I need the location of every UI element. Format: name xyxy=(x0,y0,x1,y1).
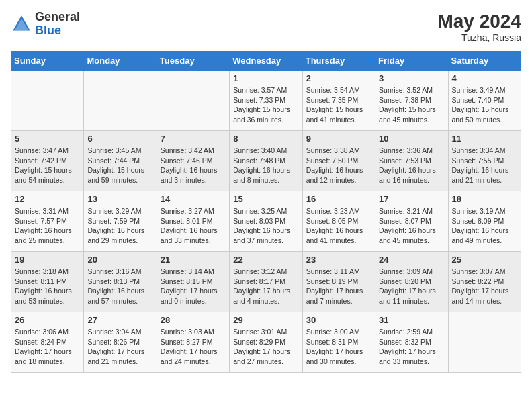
day-info: Sunrise: 3:03 AMSunset: 8:27 PMDaylight:… xyxy=(161,327,226,367)
day-number: 5 xyxy=(15,134,80,144)
calendar-week-row: 19Sunrise: 3:18 AMSunset: 8:11 PMDayligh… xyxy=(11,252,521,312)
calendar-cell: 11Sunrise: 3:34 AMSunset: 7:55 PMDayligh… xyxy=(448,131,521,191)
calendar-table: SundayMondayTuesdayWednesdayThursdayFrid… xyxy=(11,51,521,373)
calendar-cell: 10Sunrise: 3:36 AMSunset: 7:53 PMDayligh… xyxy=(375,131,448,191)
calendar-cell: 24Sunrise: 3:09 AMSunset: 8:20 PMDayligh… xyxy=(375,252,448,312)
day-number: 4 xyxy=(452,73,517,83)
day-number: 9 xyxy=(306,134,371,144)
day-info: Sunrise: 3:34 AMSunset: 7:55 PMDaylight:… xyxy=(452,146,517,185)
day-info: Sunrise: 3:45 AMSunset: 7:44 PMDaylight:… xyxy=(87,146,152,185)
logo-text: General Blue xyxy=(35,11,80,38)
title-block: May 2024 Tuzha, Russia xyxy=(437,11,521,43)
day-number: 31 xyxy=(379,315,444,325)
header-day-friday: Friday xyxy=(375,52,448,71)
day-info: Sunrise: 3:25 AMSunset: 8:03 PMDaylight:… xyxy=(233,206,298,246)
day-info: Sunrise: 3:29 AMSunset: 7:59 PMDaylight:… xyxy=(87,206,152,246)
day-info: Sunrise: 3:57 AMSunset: 7:33 PMDaylight:… xyxy=(233,85,298,125)
day-info: Sunrise: 3:00 AMSunset: 8:31 PMDaylight:… xyxy=(306,327,371,367)
header-day-saturday: Saturday xyxy=(448,52,521,71)
calendar-cell: 7Sunrise: 3:42 AMSunset: 7:46 PMDaylight… xyxy=(157,131,229,191)
calendar-cell: 30Sunrise: 3:00 AMSunset: 8:31 PMDayligh… xyxy=(302,312,375,373)
day-info: Sunrise: 3:40 AMSunset: 7:48 PMDaylight:… xyxy=(233,146,298,185)
calendar-cell: 15Sunrise: 3:25 AMSunset: 8:03 PMDayligh… xyxy=(230,191,302,252)
day-number: 26 xyxy=(15,315,80,325)
calendar-cell: 8Sunrise: 3:40 AMSunset: 7:48 PMDaylight… xyxy=(230,131,302,191)
day-number: 21 xyxy=(161,255,226,265)
logo-icon xyxy=(11,13,32,35)
header-day-sunday: Sunday xyxy=(11,52,84,71)
day-number: 17 xyxy=(379,194,444,204)
day-number: 2 xyxy=(306,73,371,83)
calendar-cell xyxy=(157,71,229,131)
calendar-cell: 4Sunrise: 3:49 AMSunset: 7:40 PMDaylight… xyxy=(448,71,521,131)
day-number: 27 xyxy=(87,315,152,325)
calendar-cell: 5Sunrise: 3:47 AMSunset: 7:42 PMDaylight… xyxy=(11,131,84,191)
day-number: 22 xyxy=(233,255,298,265)
calendar-week-row: 5Sunrise: 3:47 AMSunset: 7:42 PMDaylight… xyxy=(11,131,521,191)
calendar-cell: 22Sunrise: 3:12 AMSunset: 8:17 PMDayligh… xyxy=(230,252,302,312)
day-info: Sunrise: 3:18 AMSunset: 8:11 PMDaylight:… xyxy=(15,267,80,306)
logo: General Blue xyxy=(11,11,80,38)
calendar-cell: 1Sunrise: 3:57 AMSunset: 7:33 PMDaylight… xyxy=(230,71,302,131)
calendar-cell: 13Sunrise: 3:29 AMSunset: 7:59 PMDayligh… xyxy=(84,191,157,252)
day-info: Sunrise: 3:19 AMSunset: 8:09 PMDaylight:… xyxy=(452,206,517,246)
day-info: Sunrise: 3:23 AMSunset: 8:05 PMDaylight:… xyxy=(306,206,371,246)
calendar-cell: 29Sunrise: 3:01 AMSunset: 8:29 PMDayligh… xyxy=(230,312,302,373)
day-info: Sunrise: 3:01 AMSunset: 8:29 PMDaylight:… xyxy=(233,327,298,367)
calendar-cell: 26Sunrise: 3:06 AMSunset: 8:24 PMDayligh… xyxy=(11,312,84,373)
calendar-cell: 12Sunrise: 3:31 AMSunset: 7:57 PMDayligh… xyxy=(11,191,84,252)
calendar-cell: 14Sunrise: 3:27 AMSunset: 8:01 PMDayligh… xyxy=(157,191,229,252)
day-number: 29 xyxy=(233,315,298,325)
day-info: Sunrise: 3:11 AMSunset: 8:19 PMDaylight:… xyxy=(306,267,371,306)
calendar-week-row: 26Sunrise: 3:06 AMSunset: 8:24 PMDayligh… xyxy=(11,312,521,373)
day-info: Sunrise: 3:31 AMSunset: 7:57 PMDaylight:… xyxy=(15,206,80,246)
day-info: Sunrise: 3:16 AMSunset: 8:13 PMDaylight:… xyxy=(87,267,152,306)
calendar-cell xyxy=(448,312,521,373)
day-number: 15 xyxy=(233,194,298,204)
calendar-cell: 25Sunrise: 3:07 AMSunset: 8:22 PMDayligh… xyxy=(448,252,521,312)
day-info: Sunrise: 3:49 AMSunset: 7:40 PMDaylight:… xyxy=(452,85,517,125)
day-info: Sunrise: 3:54 AMSunset: 7:35 PMDaylight:… xyxy=(306,85,371,125)
day-info: Sunrise: 3:09 AMSunset: 8:20 PMDaylight:… xyxy=(379,267,444,306)
calendar-cell: 9Sunrise: 3:38 AMSunset: 7:50 PMDaylight… xyxy=(302,131,375,191)
day-number: 19 xyxy=(15,255,80,265)
calendar-week-row: 12Sunrise: 3:31 AMSunset: 7:57 PMDayligh… xyxy=(11,191,521,252)
day-number: 7 xyxy=(161,134,226,144)
calendar-cell: 23Sunrise: 3:11 AMSunset: 8:19 PMDayligh… xyxy=(302,252,375,312)
calendar-cell: 31Sunrise: 2:59 AMSunset: 8:32 PMDayligh… xyxy=(375,312,448,373)
calendar-cell: 3Sunrise: 3:52 AMSunset: 7:38 PMDaylight… xyxy=(375,71,448,131)
day-number: 25 xyxy=(452,255,517,265)
day-info: Sunrise: 3:36 AMSunset: 7:53 PMDaylight:… xyxy=(379,146,444,185)
calendar-cell xyxy=(11,71,84,131)
header-day-thursday: Thursday xyxy=(302,52,375,71)
day-number: 18 xyxy=(452,194,517,204)
day-info: Sunrise: 3:04 AMSunset: 8:26 PMDaylight:… xyxy=(87,327,152,367)
header-day-wednesday: Wednesday xyxy=(230,52,302,71)
day-number: 28 xyxy=(161,315,226,325)
day-info: Sunrise: 3:47 AMSunset: 7:42 PMDaylight:… xyxy=(15,146,80,185)
day-number: 20 xyxy=(87,255,152,265)
calendar-cell: 21Sunrise: 3:14 AMSunset: 8:15 PMDayligh… xyxy=(157,252,229,312)
day-info: Sunrise: 3:52 AMSunset: 7:38 PMDaylight:… xyxy=(379,85,444,125)
day-number: 1 xyxy=(233,73,298,83)
day-number: 14 xyxy=(161,194,226,204)
day-number: 13 xyxy=(87,194,152,204)
calendar-cell: 2Sunrise: 3:54 AMSunset: 7:35 PMDaylight… xyxy=(302,71,375,131)
day-number: 8 xyxy=(233,134,298,144)
day-number: 24 xyxy=(379,255,444,265)
day-number: 11 xyxy=(452,134,517,144)
day-info: Sunrise: 3:06 AMSunset: 8:24 PMDaylight:… xyxy=(15,327,80,367)
location: Tuzha, Russia xyxy=(437,32,521,43)
page-header: General Blue May 2024 Tuzha, Russia xyxy=(11,11,521,43)
day-number: 3 xyxy=(379,73,444,83)
header-day-tuesday: Tuesday xyxy=(157,52,229,71)
day-number: 10 xyxy=(379,134,444,144)
calendar-cell xyxy=(84,71,157,131)
month-year: May 2024 xyxy=(437,11,521,32)
calendar-week-row: 1Sunrise: 3:57 AMSunset: 7:33 PMDaylight… xyxy=(11,71,521,131)
day-info: Sunrise: 3:27 AMSunset: 8:01 PMDaylight:… xyxy=(161,206,226,246)
day-info: Sunrise: 2:59 AMSunset: 8:32 PMDaylight:… xyxy=(379,327,444,367)
header-day-monday: Monday xyxy=(84,52,157,71)
calendar-cell: 20Sunrise: 3:16 AMSunset: 8:13 PMDayligh… xyxy=(84,252,157,312)
day-info: Sunrise: 3:14 AMSunset: 8:15 PMDaylight:… xyxy=(161,267,226,306)
